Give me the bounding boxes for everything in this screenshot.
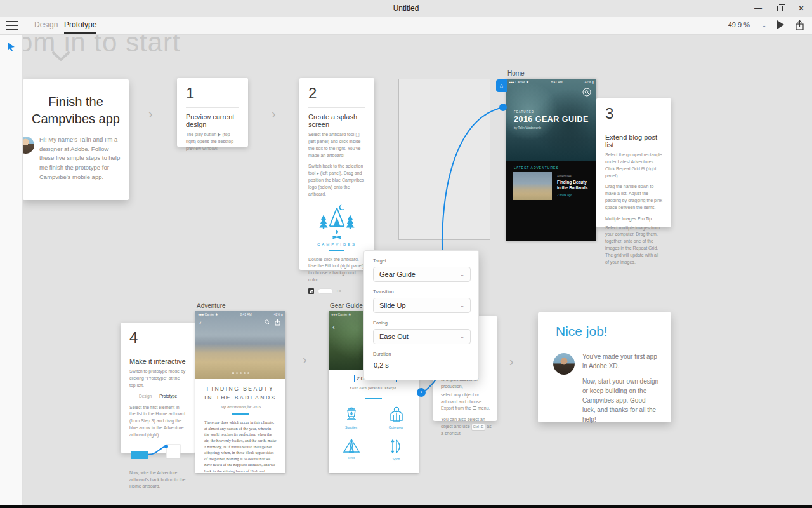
step2-body-2: Switch back to the selection tool ▸ (lef… — [308, 163, 365, 197]
step3-title: Extend blog post list — [605, 133, 662, 149]
step4-card[interactable]: 4 Make it interactive Switch to prototyp… — [121, 323, 195, 453]
step1-title: Preview current design — [186, 113, 239, 128]
adventure-artboard-label[interactable]: Adventure — [197, 302, 226, 309]
tab-prototype[interactable]: Prototype — [64, 20, 96, 29]
category-label: Tents — [348, 456, 355, 460]
step2-card[interactable]: 2 Create a splash screen Select the artb… — [299, 78, 374, 270]
gearguide-subtitle: Your own personal sherpa. — [329, 386, 419, 390]
wire-end-node[interactable]: ‹ — [417, 388, 426, 397]
step4-body-2: Select the first element in the list in … — [129, 404, 187, 439]
home-artboard[interactable]: ●●● Carrier ✱ 8:41 AM 42% ▮ FEATURED 201… — [506, 79, 596, 241]
transition-select[interactable]: Slide Up ⌄ — [373, 298, 471, 313]
bottom-edge-bar — [0, 505, 812, 508]
transition-label: Transition — [373, 289, 469, 295]
share-export-button[interactable] — [795, 20, 804, 31]
step3-number: 3 — [605, 105, 662, 123]
window-title: Untitled — [0, 4, 812, 13]
adventure-title-line2: IN THE BADLANDS — [195, 394, 285, 403]
carousel-dots — [195, 372, 285, 374]
step1-card[interactable]: 1 Preview current design The play button… — [177, 78, 248, 147]
step3-card[interactable]: 3 Extend blog post list Select the group… — [596, 98, 671, 227]
home-byline: by Talin Wadsworth — [514, 126, 541, 130]
search-icon — [582, 88, 591, 97]
adventure-body: There are days which occur in this clima… — [195, 419, 285, 473]
home-flow-badge-icon[interactable]: ⌂ — [496, 79, 507, 92]
step3-tip-title: Multiple Images Pro Tip: — [605, 216, 662, 223]
hint-chevron-down-icon — [52, 51, 70, 62]
intro-body: Hi! My name's Talin and I'm a designer a… — [39, 135, 123, 182]
adventure-artboard[interactable]: ●●● Carrier ✱ 8:41 AM 42% ▮ ‹ FINDING BE… — [195, 311, 285, 473]
status-battery: 42% ▮ — [585, 80, 594, 85]
home-statusbar: ●●● Carrier ✱ 8:41 AM 42% ▮ — [506, 79, 596, 85]
selection-cursor-icon — [7, 42, 16, 51]
jacket-icon — [388, 406, 405, 423]
zoom-level-field[interactable]: 49.9 % — [726, 21, 752, 30]
duration-field[interactable]: 0,2 s — [373, 360, 403, 371]
chevron-down-icon: ⌄ — [460, 334, 464, 340]
status-carrier: ●●● Carrier ✱ — [509, 80, 528, 85]
canvas[interactable]: om in to start Finish the Campvibes app … — [23, 35, 812, 505]
blog-thumb-photo[interactable] — [513, 172, 552, 200]
category-sport[interactable]: Sport — [389, 438, 404, 461]
adventure-title-line1: FINDING BEAUTY — [195, 385, 285, 394]
campvibes-logo-text: CAMPVIBES — [308, 243, 365, 246]
restore-button[interactable] — [769, 0, 790, 17]
easing-value: Ease Out — [379, 333, 409, 340]
status-carrier: ●●● Carrier ✱ — [331, 312, 351, 318]
status-time: 8:41 AM — [240, 312, 251, 318]
gearguide-category-grid: Supplies Outerwear — [329, 406, 419, 461]
home-featured-title: 2016 GEAR GUIDE — [514, 115, 589, 124]
play-preview-button[interactable] — [777, 20, 784, 29]
fill-color-swatch[interactable] — [318, 288, 333, 294]
home-artboard-label[interactable]: Home — [508, 70, 525, 77]
hamburger-menu-icon[interactable] — [6, 21, 18, 30]
talin-avatar — [553, 353, 575, 375]
blog-time: 2 hours ago — [557, 194, 572, 197]
bow-arrow-icon — [389, 438, 404, 455]
fill-label: Fill — [337, 289, 341, 293]
target-value: Gear Guide — [379, 271, 416, 278]
category-tents[interactable]: Tents — [343, 438, 360, 461]
gearguide-artboard-label[interactable]: Gear Guide — [330, 302, 363, 309]
step4-body-3: Now, wire the Adventure artboard's back … — [129, 470, 187, 491]
close-button[interactable]: ✕ — [790, 0, 812, 17]
mock-tab-design: Design — [139, 394, 152, 399]
minimize-button[interactable]: — — [747, 0, 769, 17]
step3-tip-body: Select multiple images from your compute… — [605, 225, 662, 266]
share-icon — [275, 319, 280, 326]
wire-illustration — [129, 443, 187, 465]
nicejob-body-1: You've made your first app in Adobe XD. — [582, 352, 660, 371]
back-chevron-icon[interactable]: ‹ — [199, 319, 202, 326]
zoom-chevron-down-icon[interactable]: ⌄ — [761, 22, 766, 29]
step2-number: 2 — [308, 84, 365, 102]
pasteboard-hint: om in to start — [23, 35, 181, 58]
mock-tab-prototype: Prototype — [159, 394, 177, 399]
target-select[interactable]: Gear Guide ⌄ — [373, 267, 471, 282]
selection-tool-button[interactable] — [7, 42, 16, 51]
step2-body-3: Double-click the artboard. Use the Fill … — [308, 257, 365, 284]
easing-select[interactable]: Ease Out ⌄ — [373, 329, 471, 344]
back-chevron-icon[interactable]: ‹ — [332, 324, 335, 331]
tab-design[interactable]: Design — [34, 20, 58, 29]
latest-adventures-label: LATEST ADVENTURES — [514, 166, 559, 170]
category-outerwear[interactable]: Outerwear — [388, 406, 405, 429]
status-time: 8:41 AM — [551, 80, 562, 85]
nicejob-card[interactable]: Nice job! You've made your first app in … — [538, 312, 671, 422]
category-label: Outerwear — [389, 425, 403, 429]
adventure-hero-photo — [195, 311, 285, 379]
category-label: Supplies — [345, 425, 357, 429]
transition-value: Slide Up — [379, 302, 406, 309]
fill-checker-icon — [308, 288, 314, 294]
home-blog-section: LATEST ADVENTURES Adventures Finding Bea… — [506, 161, 596, 241]
step4-title: Make it interactive — [129, 358, 187, 365]
campvibes-logo-icon[interactable] — [316, 203, 358, 241]
titlebar: Untitled — ✕ — [0, 0, 812, 17]
step1-body: The play button ▶ (top right) opens the … — [186, 131, 239, 152]
step3-body-1: Select the grouped rectangle under Lates… — [605, 152, 662, 179]
lantern-icon — [344, 406, 359, 423]
empty-artboard[interactable] — [398, 79, 490, 240]
adventure-statusbar: ●●● Carrier ✱ 8:41 AM 42% ▮ — [195, 311, 285, 318]
step1-number: 1 — [186, 84, 239, 102]
intro-card[interactable]: Finish the Campvibes app Hi! My name's T… — [23, 79, 129, 200]
category-supplies[interactable]: Supplies — [344, 406, 359, 429]
